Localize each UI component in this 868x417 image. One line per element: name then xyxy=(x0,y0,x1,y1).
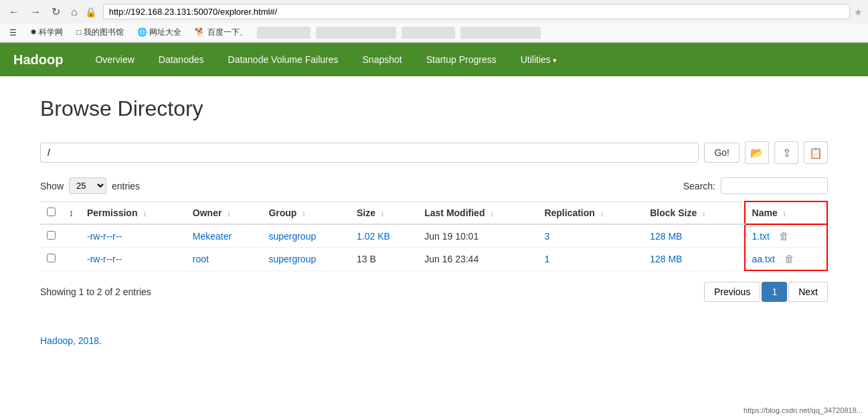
address-input[interactable] xyxy=(103,4,850,19)
col-owner-header[interactable]: Owner ↕ xyxy=(186,201,262,224)
col-name-header[interactable]: Name ↕ xyxy=(745,201,827,224)
row1-owner-link[interactable]: Mekeater xyxy=(193,231,232,242)
col-sort-header[interactable]: ↕ xyxy=(62,201,80,224)
showing-text: Showing 1 to 2 of 2 entries xyxy=(40,286,151,297)
clipboard-icon: 📋 xyxy=(809,147,822,159)
bookmark-kexuewang[interactable]: ✸ 科学网 xyxy=(26,25,67,39)
entries-row: Show 25 10 50 100 entries Search: xyxy=(40,177,828,194)
search-input[interactable] xyxy=(721,177,828,194)
back-button[interactable]: ← xyxy=(5,5,23,19)
row2-permission-cell: -rw-r--r-- xyxy=(80,248,186,271)
nav-overview[interactable]: Overview xyxy=(83,44,146,75)
col-blocksize-header[interactable]: Block Size ↕ xyxy=(643,201,744,224)
path-input[interactable] xyxy=(40,143,699,163)
replication-sort-icon: ↕ xyxy=(600,210,604,218)
row2-size-cell: 13 B xyxy=(350,248,418,271)
previous-button[interactable]: Previous xyxy=(704,282,760,302)
row1-empty-cell xyxy=(62,224,80,248)
row1-checkbox[interactable] xyxy=(47,231,56,240)
footer: Hadoop, 2018. xyxy=(0,322,868,359)
upload-button[interactable]: ⇧ xyxy=(774,141,798,164)
row1-name-cell: 1.txt 🗑 xyxy=(745,224,827,248)
go-button[interactable]: Go! xyxy=(704,143,740,163)
col-lastmodified-header[interactable]: Last Modified ↕ xyxy=(418,201,537,224)
main-content: Browse Directory Go! 📂 ⇧ 📋 Show 25 10 50… xyxy=(0,76,868,322)
directory-table: ↕ Permission ↕ Owner ↕ Group ↕ Size ↕ La… xyxy=(40,201,828,271)
row2-group-link[interactable]: supergroup xyxy=(268,254,316,264)
show-label: Show xyxy=(40,181,64,191)
entries-select[interactable]: 25 10 50 100 xyxy=(69,177,106,194)
page-1-button[interactable]: 1 xyxy=(762,282,787,302)
lastmodified-sort-icon: ↕ xyxy=(490,210,494,218)
clipboard-button[interactable]: 📋 xyxy=(804,141,828,164)
row2-owner-cell: root xyxy=(186,248,262,271)
row1-delete-icon[interactable]: 🗑 xyxy=(779,230,789,242)
row2-checkbox-cell xyxy=(40,248,62,271)
row2-replication-link[interactable]: 1 xyxy=(544,254,549,264)
row2-name-cell: aa.txt 🗑 xyxy=(745,248,827,271)
row1-group-link[interactable]: supergroup xyxy=(268,231,316,242)
nav-startup-progress[interactable]: Startup Progress xyxy=(414,44,509,75)
row2-delete-icon[interactable]: 🗑 xyxy=(784,253,794,264)
bookmark-menu[interactable]: ☰ xyxy=(5,27,21,39)
home-button[interactable]: ⌂ xyxy=(68,5,81,19)
row2-empty-cell xyxy=(62,248,80,271)
bookmark-sites[interactable]: 🌐 网址大全 xyxy=(133,25,185,39)
bookmarks-bar: ☰ ✸ 科学网 □ 我的图书馆 🌐 网址大全 🐕 百度一下、 xyxy=(0,23,868,42)
row1-lastmodified-cell: Jun 19 10:01 xyxy=(418,224,537,248)
row1-permission-link[interactable]: -rw-r--r-- xyxy=(87,231,122,242)
row2-permission-link[interactable]: -rw-r--r-- xyxy=(87,254,122,264)
row1-size-cell: 1.02 KB xyxy=(350,224,418,248)
bookmark-library[interactable]: □ 我的图书馆 xyxy=(72,25,128,39)
bookmark-placeholder-1 xyxy=(257,27,311,39)
sort-icon: ↕ xyxy=(69,207,74,218)
row2-group-cell: supergroup xyxy=(262,248,350,271)
pagination-buttons: Previous 1 Next xyxy=(704,282,828,302)
star-icon: ★ xyxy=(854,7,863,17)
nav-datanodes[interactable]: Datanodes xyxy=(147,44,216,75)
nav-utilities[interactable]: Utilities xyxy=(509,44,569,75)
footer-link[interactable]: Hadoop, 2018. xyxy=(40,335,102,346)
bookmark-baidu[interactable]: 🐕 百度一下、 xyxy=(191,25,251,39)
pagination-row: Showing 1 to 2 of 2 entries Previous 1 N… xyxy=(40,282,828,302)
address-bar: ← → ↻ ⌂ 🔒 ★ xyxy=(0,0,868,23)
row2-blocksize-cell: 128 MB xyxy=(643,248,744,271)
row1-checkbox-cell xyxy=(40,224,62,248)
row1-replication-cell: 3 xyxy=(537,224,643,248)
next-button[interactable]: Next xyxy=(788,282,828,302)
forward-button[interactable]: → xyxy=(27,5,44,19)
row1-blocksize-cell: 128 MB xyxy=(643,224,744,248)
table-row: -rw-r--r-- Mekeater supergroup 1.02 KB J… xyxy=(40,224,827,248)
path-row: Go! 📂 ⇧ 📋 xyxy=(40,141,828,164)
col-group-header[interactable]: Group ↕ xyxy=(262,201,350,224)
row2-replication-cell: 1 xyxy=(537,248,643,271)
upload-icon: ⇧ xyxy=(782,147,791,159)
row2-checkbox[interactable] xyxy=(47,254,56,262)
folder-button[interactable]: 📂 xyxy=(745,141,769,164)
navbar-brand[interactable]: Hadoop xyxy=(13,52,63,68)
navbar: Hadoop Overview Datanodes Datanode Volum… xyxy=(0,43,868,76)
col-permission-header[interactable]: Permission ↕ xyxy=(80,201,186,224)
refresh-button[interactable]: ↻ xyxy=(48,4,64,19)
row1-group-cell: supergroup xyxy=(262,224,350,248)
row2-name-link[interactable]: aa.txt xyxy=(752,254,775,264)
bookmark-placeholder-4 xyxy=(460,27,541,39)
nav-snapshot[interactable]: Snapshot xyxy=(351,44,414,75)
permission-sort-icon: ↕ xyxy=(143,210,147,218)
col-replication-header[interactable]: Replication ↕ xyxy=(537,201,643,224)
row1-name-link[interactable]: 1.txt xyxy=(752,231,770,242)
navbar-links: Overview Datanodes Datanode Volume Failu… xyxy=(83,44,569,75)
bookmark-placeholder-3 xyxy=(402,27,455,39)
owner-sort-icon: ↕ xyxy=(227,210,231,218)
select-all-checkbox[interactable] xyxy=(47,207,56,216)
col-size-header[interactable]: Size ↕ xyxy=(350,201,418,224)
row1-replication-link[interactable]: 3 xyxy=(544,231,549,242)
page-title: Browse Directory xyxy=(40,96,828,121)
row2-lastmodified-cell: Jun 16 23:44 xyxy=(418,248,537,271)
security-icon: 🔒 xyxy=(85,7,96,17)
col-checkbox-header[interactable] xyxy=(40,201,62,224)
row2-owner-link[interactable]: root xyxy=(193,254,209,264)
search-area: Search: xyxy=(683,177,828,194)
row1-owner-cell: Mekeater xyxy=(186,224,262,248)
nav-datanode-volume-failures[interactable]: Datanode Volume Failures xyxy=(216,44,351,75)
